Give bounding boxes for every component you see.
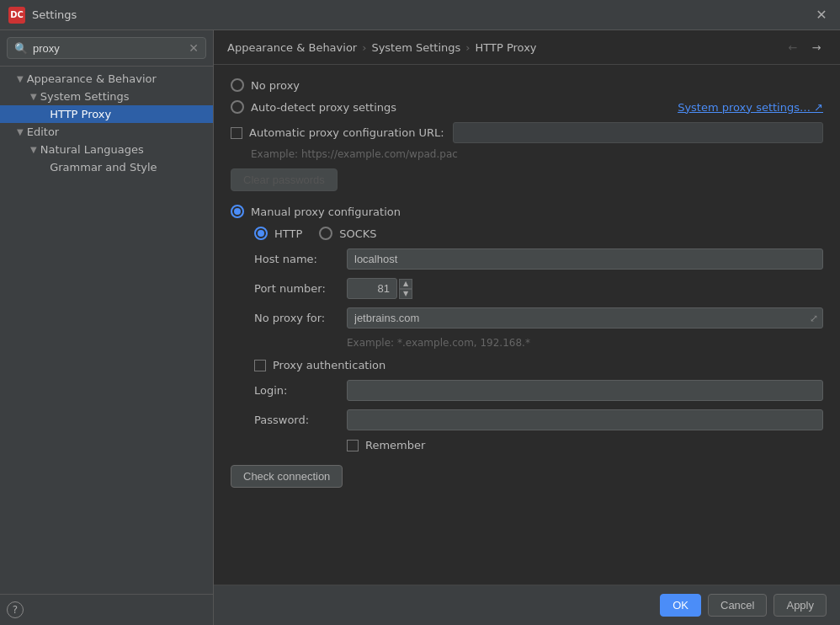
breadcrumb-bar: Appearance & Behavior › System Settings … [214,30,840,65]
cancel-button[interactable]: Cancel [708,594,767,617]
auto-detect-radio[interactable] [231,100,244,114]
help-icon[interactable]: ? [7,601,24,618]
port-number-row: Port number: ▲ ▼ [254,278,823,299]
port-number-label: Port number: [254,282,347,295]
remember-checkbox-label[interactable]: Remember [347,439,823,451]
sidebar-item-label: HTTP Proxy [50,108,111,120]
auto-config-url-input[interactable] [453,122,823,143]
no-proxy-radio[interactable] [231,78,244,92]
auto-config-url-example: Example: https://example.com/wpad.pac [251,148,823,160]
nav-forward-button[interactable]: → [806,37,827,57]
login-input[interactable] [347,380,823,401]
sidebar-item-grammar-and-style[interactable]: Grammar and Style [0,158,213,176]
expand-icon[interactable]: ⤢ [810,312,818,324]
auto-config-url-checkbox[interactable] [231,127,242,139]
no-proxy-for-input[interactable] [347,307,823,329]
no-proxy-for-wrap: ⤢ [347,307,823,329]
no-proxy-radio-label[interactable]: No proxy [231,78,300,92]
check-connection-button[interactable]: Check connection [231,465,343,488]
no-proxy-for-label: No proxy for: [254,312,347,324]
host-name-row: Host name: [254,248,823,270]
title-bar: DC Settings ✕ [0,0,840,30]
login-row: Login: [254,380,823,401]
sidebar-item-appearance-behavior[interactable]: ▼ Appearance & Behavior [0,70,213,88]
port-increment-button[interactable]: ▲ [399,279,412,289]
proxy-auth-section: Proxy authentication Login: Password: [254,359,823,451]
proxy-auth-checkbox-label[interactable]: Proxy authentication [254,359,823,371]
breadcrumb-sep-2: › [465,41,470,54]
port-number-input[interactable] [347,278,397,299]
socks-label: SOCKS [339,227,376,240]
no-proxy-for-example: Example: *.example.com, 192.168.* [347,337,823,349]
socks-radio-label[interactable]: SOCKS [319,227,376,240]
clear-passwords-button[interactable]: Clear passwords [231,168,338,191]
arrow-icon: ▼ [30,145,37,154]
arrow-icon: ▼ [17,127,24,136]
footer: OK Cancel Apply [214,585,840,625]
manual-proxy-row: Manual proxy configuration [231,205,823,218]
main-content: 🔍 ✕ ▼ Appearance & Behavior ▼ System Set… [0,30,840,625]
title-bar-left: DC Settings [8,7,77,24]
breadcrumb-part-3: HTTP Proxy [476,41,537,54]
help-button[interactable]: ? [0,594,213,625]
search-icon: 🔍 [14,42,28,55]
remember-checkbox[interactable] [347,440,359,451]
auto-config-url-label: Automatic proxy configuration URL: [249,126,444,139]
system-proxy-link[interactable]: System proxy settings… ↗ [678,101,823,114]
no-proxy-row: No proxy [231,78,823,92]
content-panel: Appearance & Behavior › System Settings … [214,30,840,625]
breadcrumb-nav: ← → [783,37,827,57]
manual-proxy-label: Manual proxy configuration [251,206,401,218]
auto-detect-radio-label[interactable]: Auto-detect proxy settings [231,100,396,114]
auto-config-url-checkbox-label[interactable]: Automatic proxy configuration URL: [231,126,444,139]
sidebar-item-label: Appearance & Behavior [27,72,157,85]
search-box: 🔍 ✕ [0,30,213,67]
password-input[interactable] [347,409,823,430]
arrow-icon [44,163,46,172]
sidebar-item-system-settings[interactable]: ▼ System Settings [0,88,213,105]
sidebar-item-label: Editor [27,126,59,138]
host-name-input[interactable] [347,248,823,270]
no-proxy-for-row: No proxy for: ⤢ [254,307,823,329]
password-label: Password: [254,414,347,426]
search-clear-icon[interactable]: ✕ [189,41,199,55]
apply-button[interactable]: Apply [774,594,827,617]
sidebar: 🔍 ✕ ▼ Appearance & Behavior ▼ System Set… [0,30,214,625]
sidebar-item-label: Grammar and Style [50,161,157,174]
sidebar-item-http-proxy[interactable]: HTTP Proxy [0,105,213,123]
arrow-icon: ▼ [17,74,24,83]
sidebar-item-label: System Settings [40,90,130,103]
arrow-icon: ▼ [30,92,37,101]
manual-proxy-radio[interactable] [231,205,244,218]
nav-back-button[interactable]: ← [783,37,803,57]
auto-detect-label: Auto-detect proxy settings [251,101,396,114]
app-icon: DC [8,7,25,24]
close-button[interactable]: ✕ [811,5,832,25]
sidebar-tree: ▼ Appearance & Behavior ▼ System Setting… [0,67,213,594]
password-row: Password: [254,409,823,430]
settings-content: No proxy Auto-detect proxy settings Syst… [214,65,840,585]
socks-radio[interactable] [319,227,332,240]
login-label: Login: [254,384,347,397]
remember-label: Remember [365,439,425,451]
http-radio[interactable] [254,227,268,240]
breadcrumb-part-2: System Settings [371,41,460,54]
auto-config-url-row: Automatic proxy configuration URL: [231,122,823,143]
window-title: Settings [32,8,77,21]
sidebar-item-label: Natural Languages [40,143,144,156]
breadcrumb-part-1: Appearance & Behavior [227,41,357,54]
sidebar-item-natural-languages[interactable]: ▼ Natural Languages [0,141,213,158]
host-name-label: Host name: [254,253,347,265]
manual-proxy-radio-label[interactable]: Manual proxy configuration [231,205,401,218]
no-proxy-label: No proxy [251,79,300,92]
proxy-auth-checkbox[interactable] [254,360,266,371]
protocol-options: HTTP SOCKS Host name: Port number: [231,227,823,451]
search-input[interactable] [33,42,183,55]
ok-button[interactable]: OK [660,594,701,617]
port-decrement-button[interactable]: ▼ [399,289,412,299]
proxy-auth-label: Proxy authentication [273,359,385,371]
arrow-icon [44,110,46,119]
breadcrumb-sep-1: › [362,41,366,54]
sidebar-item-editor[interactable]: ▼ Editor [0,123,213,141]
http-radio-label[interactable]: HTTP [254,227,302,240]
